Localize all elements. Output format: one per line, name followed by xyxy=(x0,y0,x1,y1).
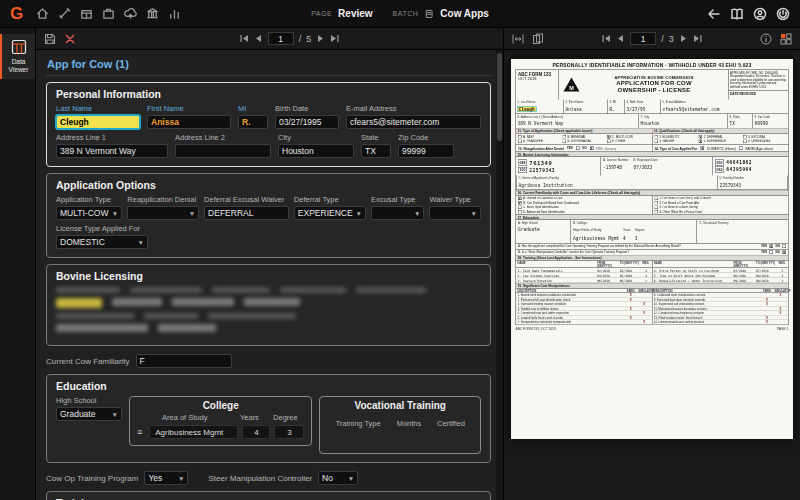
college-years-value[interactable]: 4 xyxy=(242,425,270,439)
college-degree-value[interactable]: 3 xyxy=(274,425,304,439)
doc-question-1: A. Has the applicant completed the Cow O… xyxy=(518,244,758,248)
document-toolbar: 1 / 3 xyxy=(504,28,800,50)
doc-sec12-items: 1. ELIGIBILITYX2. DEFERRAL3. EXCUSAL4. W… xyxy=(652,133,788,144)
back-arrow-icon[interactable] xyxy=(707,7,721,21)
deferral-excusal-waiver-input[interactable] xyxy=(204,206,289,220)
fit-width-icon[interactable] xyxy=(512,33,524,45)
book-icon[interactable] xyxy=(730,7,744,21)
doc-checkbox-item: XA. Owned or Cared for a Cow xyxy=(518,196,650,200)
zip-input[interactable] xyxy=(398,144,454,158)
deferral-type-select[interactable]: EXPERIENCE▼ xyxy=(294,206,366,220)
redacted-value-row xyxy=(56,324,481,332)
doc-question-2: B. Is a "Steer Manipulation Controller" … xyxy=(518,250,758,254)
doc-manipulation-row: 7. Responded to simulated stampede drill… xyxy=(516,320,652,325)
document-viewport[interactable]: PERSONALLY IDENTIFIABLE INFORMATION - WI… xyxy=(504,50,800,500)
doc-checkbox-item: 3. I've Been in a Barn, Briefly xyxy=(654,205,786,209)
high-school-select[interactable]: Graduate▼ xyxy=(56,407,122,421)
doc-q1-yes-box: X xyxy=(770,244,774,248)
scrollbar-thumb[interactable] xyxy=(497,53,502,141)
doc-first-page-icon[interactable] xyxy=(602,34,611,43)
waiver-type-select[interactable]: ▼ xyxy=(429,206,481,220)
batch-value: Cow Apps xyxy=(440,8,489,19)
waiver-type-label: Waiver Type xyxy=(429,195,481,204)
doc-licensing-section: 15. Bovine Licensing Information 0887613… xyxy=(516,152,789,191)
tools-icon[interactable] xyxy=(58,7,71,20)
svg-text:M: M xyxy=(569,85,574,91)
vocational-subsection: Vocational Training Training Type Months… xyxy=(319,396,481,454)
rail-item-label: Data Viewer xyxy=(3,58,34,74)
scanned-document-page[interactable]: PERSONALLY IDENTIFIABLE INFORMATION - WI… xyxy=(511,59,793,439)
address2-input[interactable] xyxy=(175,144,271,158)
doc-next-page-icon[interactable] xyxy=(679,34,688,43)
vocational-months-header: Months xyxy=(389,419,429,428)
familiarity-input[interactable] xyxy=(136,354,232,368)
briefcase-icon[interactable] xyxy=(102,7,115,20)
redacted-label-row xyxy=(56,287,481,293)
info-icon[interactable] xyxy=(760,33,772,45)
power-icon[interactable] xyxy=(776,7,790,21)
doc-checkbox-item: 3. EXCUSAL xyxy=(743,135,786,139)
redacted-value-row xyxy=(56,298,481,308)
reapplication-denial-select[interactable]: ▼ xyxy=(127,206,199,220)
college-area-value[interactable]: Agribusiness Mgmt xyxy=(149,425,238,439)
form-page-input[interactable]: 1 xyxy=(268,32,294,45)
doc-last-page-icon[interactable] xyxy=(693,34,702,43)
steer-select[interactable]: No▼ xyxy=(318,471,358,485)
doc-prev-page-icon[interactable] xyxy=(616,34,625,43)
layout-grid-icon[interactable] xyxy=(780,33,792,45)
form-scrollbar[interactable] xyxy=(496,50,503,500)
pages-view-icon[interactable] xyxy=(532,33,544,45)
first-name-input[interactable] xyxy=(147,115,231,129)
doc-license-number: 761349 xyxy=(529,159,552,166)
doc-manip-right-rows: 8. Calibrated steer manipulation console… xyxy=(652,293,788,325)
mi-input[interactable] xyxy=(238,115,268,129)
drag-handle-icon[interactable]: ≡ xyxy=(137,427,142,437)
excusal-type-select[interactable]: ▼ xyxy=(371,206,424,220)
form-scroll-area[interactable]: App for Cow (1) Personal Information Las… xyxy=(36,50,503,500)
home-icon[interactable] xyxy=(36,7,49,20)
doc-page-total: 3 xyxy=(669,34,674,44)
doc-checkbox-item: C. Basic Spot Identification xyxy=(518,205,650,209)
address1-input[interactable] xyxy=(56,144,168,158)
doc-sec13-title: 13. Reapplication After Denial xyxy=(518,146,564,150)
city-input[interactable] xyxy=(278,144,354,158)
birth-date-input[interactable] xyxy=(275,115,339,129)
doc-checkbox-item: 4. WAIVER xyxy=(654,139,697,143)
bar-chart-icon[interactable] xyxy=(168,7,181,20)
close-icon[interactable] xyxy=(64,33,76,45)
first-page-icon[interactable] xyxy=(240,34,249,43)
archive-icon[interactable] xyxy=(80,7,93,20)
form-page-total: 5 xyxy=(306,34,311,44)
cow-op-label: Cow Op Training Program xyxy=(46,474,138,483)
doc-fields-row-2: 6. Address Line 1 (Street Address)389 N … xyxy=(516,114,789,129)
prev-page-icon[interactable] xyxy=(254,34,263,43)
doc-checkbox-sections: 11. Type of Application (Check applicabl… xyxy=(516,128,789,145)
doc-checkbox-item: B. RENEWAL xyxy=(562,135,605,139)
bank-icon[interactable] xyxy=(146,7,159,20)
email-label: E-mail Address xyxy=(346,104,481,113)
license-type-select[interactable]: DOMESTIC▼ xyxy=(56,235,148,249)
last-name-input[interactable] xyxy=(56,115,140,129)
email-input[interactable] xyxy=(346,115,481,129)
state-input[interactable] xyxy=(361,144,391,158)
section-title: Application Options xyxy=(56,179,481,191)
user-account-icon[interactable] xyxy=(753,7,767,21)
save-icon[interactable] xyxy=(44,33,56,45)
form-toolbar: 1 / 5 xyxy=(36,28,503,50)
first-name-label: First Name xyxy=(147,104,231,113)
doc-checkbox-item: 4. Other (Must Be a Fancy Cow) xyxy=(654,210,786,214)
doc-training-row: 3. Pasture Rotation06/201806/20182 xyxy=(516,278,652,283)
next-page-icon[interactable] xyxy=(316,34,325,43)
application-type-select[interactable]: MULTI-COW▼ xyxy=(56,206,122,220)
section-personal-information: Personal Information Last Name First Nam… xyxy=(46,82,491,167)
cow-op-select[interactable]: Yes▼ xyxy=(144,471,188,485)
college-row[interactable]: ≡ Agribusiness Mgmt 4 3 xyxy=(137,425,304,439)
rail-item-data-viewer[interactable]: Data Viewer xyxy=(0,34,35,79)
section-bovine-licensing: Bovine Licensing xyxy=(46,264,491,346)
last-page-icon[interactable] xyxy=(330,34,339,43)
doc-page-input[interactable]: 1 xyxy=(630,32,656,45)
cloud-upload-icon[interactable] xyxy=(124,7,137,20)
doc-omb-approval: APPROVED BY OMB - NO. 2900-0085. Respond… xyxy=(729,70,789,90)
page-label: PAGE xyxy=(311,10,332,17)
doc-footer-right: PAGE 1 xyxy=(777,327,789,331)
